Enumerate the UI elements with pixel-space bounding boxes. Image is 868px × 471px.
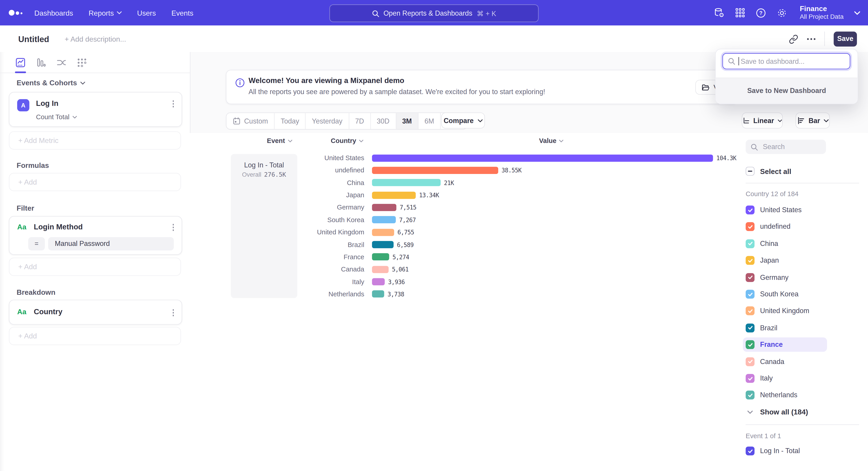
bar-undefined[interactable] [372, 167, 498, 174]
country-filter-japan[interactable]: Japan [743, 254, 827, 268]
filter-operator-dropdown[interactable]: = [28, 237, 45, 251]
country-filter-canada[interactable]: Canada [743, 354, 827, 369]
date-range-30d[interactable]: 30D [370, 113, 396, 129]
add-filter-button[interactable]: + Add [9, 258, 181, 276]
checkbox-checked[interactable] [746, 306, 754, 315]
scale-dropdown-linear[interactable]: Linear [742, 112, 783, 128]
bar-france[interactable] [372, 254, 389, 261]
country-filter-germany[interactable]: Germany [743, 270, 827, 285]
country-filter-netherlands[interactable]: Netherlands [743, 388, 827, 403]
compare-dropdown[interactable]: Compare [441, 112, 485, 128]
apps-grid-icon[interactable] [735, 8, 745, 18]
project-switcher[interactable]: Finance All Project Data [800, 5, 844, 21]
country-filter-united-states[interactable]: United States [743, 203, 827, 217]
country-filter-united-kingdom[interactable]: United Kingdom [743, 304, 827, 318]
select-all-row[interactable]: Select all [746, 167, 792, 176]
bar-japan[interactable] [372, 192, 416, 199]
select-all-checkbox-indeterminate[interactable] [746, 167, 754, 176]
events-cohorts-header[interactable]: Events & Cohorts [17, 79, 85, 87]
country-filter-china[interactable]: China [743, 236, 827, 251]
country-filter-italy[interactable]: Italy [743, 371, 827, 386]
metric-event-name[interactable]: Log In [36, 99, 58, 108]
country-filter-undefined[interactable]: undefined [743, 220, 827, 234]
filter-property-name[interactable]: Login Method [34, 223, 83, 231]
date-range-custom[interactable]: Custom [226, 113, 274, 129]
breakdown-kebab-menu-icon[interactable] [171, 308, 175, 317]
save-to-new-dashboard-button[interactable]: Save to New Dashboard [716, 78, 858, 104]
checkbox-checked[interactable] [746, 223, 754, 231]
bar-category-label: China [190, 179, 364, 186]
settings-gear-icon[interactable] [776, 7, 787, 18]
tab-flows[interactable] [56, 57, 67, 68]
bar-value-label: 3,738 [388, 291, 404, 297]
add-breakdown-button[interactable]: + Add [9, 327, 181, 345]
mixpanel-logo-icon[interactable] [8, 9, 28, 17]
event-badge: A [17, 99, 29, 111]
date-range-today[interactable]: Today [274, 113, 305, 129]
bar-canada[interactable] [372, 266, 389, 273]
date-range-6m[interactable]: 6M [418, 113, 440, 129]
bar-united-states[interactable] [372, 154, 713, 161]
checkbox-checked[interactable] [746, 206, 754, 214]
metric-kebab-menu-icon[interactable] [171, 99, 175, 108]
checkbox-checked[interactable] [746, 357, 754, 366]
checkbox-checked[interactable] [746, 374, 754, 383]
tab-retention[interactable] [76, 57, 88, 68]
bar-brazil[interactable] [372, 241, 394, 248]
column-header-country[interactable]: Country [331, 137, 363, 145]
series-search-box[interactable] [746, 140, 826, 154]
help-icon[interactable]: ? [755, 7, 766, 18]
bar-china[interactable] [372, 179, 441, 186]
checkbox-checked[interactable] [746, 391, 754, 400]
add-formula-button[interactable]: + Add [9, 173, 181, 191]
date-range-3m[interactable]: 3M [396, 113, 418, 129]
save-button[interactable]: Save [834, 31, 857, 46]
data-management-icon[interactable] [713, 7, 724, 18]
country-filter-france[interactable]: France [743, 337, 827, 352]
add-description-button[interactable]: + Add description... [65, 35, 126, 43]
checkbox-checked[interactable] [746, 324, 754, 332]
report-title[interactable]: Untitled [18, 34, 49, 44]
date-range-yesterday[interactable]: Yesterday [305, 113, 348, 129]
global-search-button[interactable]: Open Reports & Dashboards ⌘ + K [329, 4, 539, 22]
checkbox-checked[interactable] [746, 256, 754, 265]
country-filter-south-korea[interactable]: South Korea [743, 287, 827, 301]
bar-south-korea[interactable] [372, 216, 396, 224]
nav-item-dashboards[interactable]: Dashboards [34, 8, 73, 17]
metric-card-log-in[interactable]: A Log In Count Total [9, 92, 182, 127]
metric-aggregation-dropdown[interactable]: Count Total [36, 113, 76, 121]
bar-italy[interactable] [372, 278, 385, 286]
checkbox-checked[interactable] [746, 290, 754, 299]
column-header-value[interactable]: Value [539, 137, 564, 145]
filter-kebab-menu-icon[interactable] [171, 223, 175, 232]
tab-funnels[interactable] [35, 57, 46, 68]
filter-value-dropdown[interactable]: Manual Password [48, 237, 174, 251]
bar-germany[interactable] [372, 204, 397, 211]
copy-link-icon[interactable] [789, 34, 798, 44]
breakdown-card-country[interactable]: Aa Country [9, 300, 182, 325]
bar-netherlands[interactable] [372, 291, 384, 298]
nav-item-events[interactable]: Events [171, 8, 193, 17]
project-chevron-down-icon[interactable] [854, 11, 860, 15]
bar-united-kingdom[interactable] [372, 229, 394, 236]
checkbox-checked[interactable] [746, 273, 754, 282]
column-header-event[interactable]: Event [267, 137, 292, 145]
date-range-7d[interactable]: 7D [348, 113, 370, 129]
breakdown-property-name[interactable]: Country [34, 307, 62, 316]
nav-item-users[interactable]: Users [137, 8, 156, 17]
save-dashboard-input[interactable] [740, 57, 842, 66]
save-dashboard-search[interactable] [722, 53, 850, 69]
more-options-icon[interactable] [807, 38, 815, 39]
checkbox-checked[interactable] [746, 239, 754, 248]
nav-item-reports[interactable]: Reports [89, 8, 122, 17]
series-search-input[interactable] [762, 142, 819, 151]
show-all-toggle[interactable]: Show all (184) [747, 408, 808, 416]
filter-card-login-method[interactable]: Aa Login Method = Manual Password [9, 216, 182, 255]
tab-insights[interactable] [15, 57, 26, 68]
event-filter-row[interactable]: Log In - Total [746, 447, 800, 455]
chart-type-dropdown-bar[interactable]: Bar [796, 112, 830, 128]
event-filter-checkbox[interactable] [746, 447, 754, 455]
add-metric-button[interactable]: + Add Metric [9, 131, 181, 150]
country-filter-brazil[interactable]: Brazil [743, 321, 827, 335]
checkbox-checked[interactable] [746, 340, 754, 349]
